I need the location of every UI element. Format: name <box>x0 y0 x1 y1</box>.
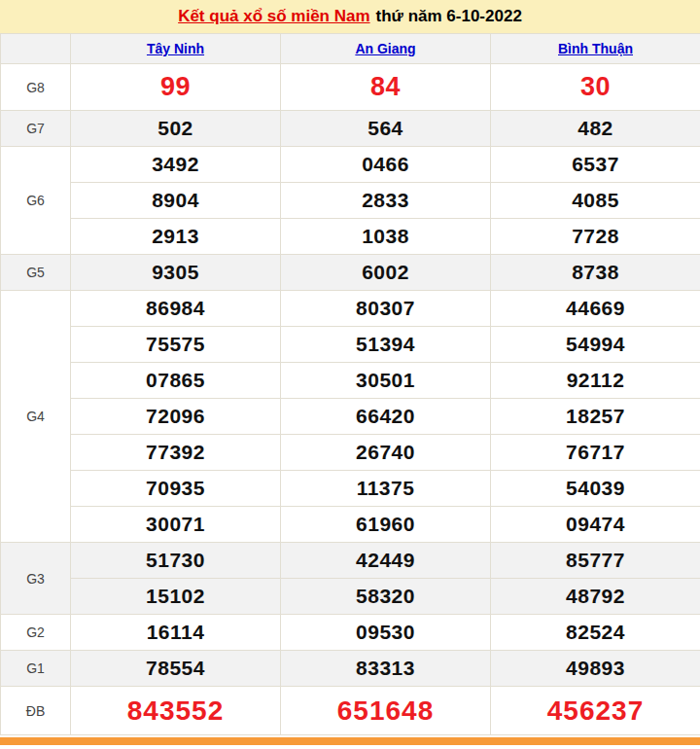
result-number: 86984 <box>71 291 281 327</box>
result-number: 48792 <box>491 579 700 615</box>
result-number: 66420 <box>281 399 491 435</box>
result-number: 8904 <box>71 183 281 219</box>
prize-label: G3 <box>1 543 71 615</box>
result-number: 18257 <box>491 399 700 435</box>
result-number: 482 <box>491 111 700 147</box>
prize-label: G8 <box>1 64 71 111</box>
result-number: 2913 <box>71 219 281 255</box>
prize-row: G2161140953082524 <box>1 615 700 651</box>
prize-row: G8998430 <box>1 64 700 111</box>
prize-row: G6349204666537 <box>1 147 700 183</box>
prize-label: G7 <box>1 111 71 147</box>
prize-row: G3517304244985777 <box>1 543 700 579</box>
result-number: 51394 <box>281 327 491 363</box>
prize-row: G5930560028738 <box>1 255 700 291</box>
province-header-row: Tây NinhAn GiangBình Thuận <box>1 34 700 64</box>
result-number: 564 <box>281 111 491 147</box>
result-number: 42449 <box>281 543 491 579</box>
result-number: 30 <box>491 64 700 111</box>
result-number: 78554 <box>71 651 281 687</box>
result-number: 6002 <box>281 255 491 291</box>
page-title: Kết quả xổ số miền Nam thứ năm 6-10-2022 <box>0 0 700 33</box>
province-link[interactable]: An Giang <box>355 41 415 56</box>
result-number: 16114 <box>71 615 281 651</box>
result-number: 76717 <box>491 435 700 471</box>
result-number: 72096 <box>71 399 281 435</box>
result-number: 1038 <box>281 219 491 255</box>
title-date: thứ năm 6-10-2022 <box>376 7 522 26</box>
result-number: 70935 <box>71 471 281 507</box>
prize-row: 151025832048792 <box>1 579 700 615</box>
prize-label: G2 <box>1 615 71 651</box>
result-number: 456237 <box>491 687 700 735</box>
prize-row: 890428334085 <box>1 183 700 219</box>
prize-row: 291310387728 <box>1 219 700 255</box>
result-number: 99 <box>71 64 281 111</box>
result-number: 11375 <box>281 471 491 507</box>
result-number: 9305 <box>71 255 281 291</box>
result-number: 75575 <box>71 327 281 363</box>
result-number: 0466 <box>281 147 491 183</box>
footer-accent-bar <box>0 737 700 745</box>
result-number: 54994 <box>491 327 700 363</box>
result-number: 2833 <box>281 183 491 219</box>
result-number: 30071 <box>71 507 281 543</box>
title-link[interactable]: Kết quả xổ số miền Nam <box>178 7 369 26</box>
column-header-province: An Giang <box>281 34 491 64</box>
result-number: 09474 <box>491 507 700 543</box>
result-number: 6537 <box>491 147 700 183</box>
column-header-province: Tây Ninh <box>71 34 281 64</box>
result-number: 85777 <box>491 543 700 579</box>
prize-label: ĐB <box>1 687 71 735</box>
result-number: 58320 <box>281 579 491 615</box>
lottery-results-page: Kết quả xổ số miền Nam thứ năm 6-10-2022… <box>0 0 700 745</box>
prize-row: 078653050192112 <box>1 363 700 399</box>
corner-cell <box>1 34 71 64</box>
result-number: 15102 <box>71 579 281 615</box>
result-number: 54039 <box>491 471 700 507</box>
result-number: 30501 <box>281 363 491 399</box>
prize-row: 720966642018257 <box>1 399 700 435</box>
prize-row: 773922674076717 <box>1 435 700 471</box>
result-number: 7728 <box>491 219 700 255</box>
result-number: 84 <box>281 64 491 111</box>
result-number: 77392 <box>71 435 281 471</box>
province-link[interactable]: Tây Ninh <box>147 41 204 56</box>
prize-row: ĐB843552651648456237 <box>1 687 700 735</box>
result-number: 51730 <box>71 543 281 579</box>
result-number: 82524 <box>491 615 700 651</box>
result-number: 09530 <box>281 615 491 651</box>
prize-row: 709351137554039 <box>1 471 700 507</box>
province-link[interactable]: Bình Thuận <box>558 41 633 56</box>
prize-row: G7502564482 <box>1 111 700 147</box>
column-header-province: Bình Thuận <box>491 34 700 64</box>
result-number: 8738 <box>491 255 700 291</box>
prize-row: G4869848030744669 <box>1 291 700 327</box>
result-number: 843552 <box>71 687 281 735</box>
results-table: Tây NinhAn GiangBình Thuận G8998430G7502… <box>0 33 700 735</box>
prize-label: G6 <box>1 147 71 255</box>
result-number: 651648 <box>281 687 491 735</box>
prize-label: G5 <box>1 255 71 291</box>
result-number: 83313 <box>281 651 491 687</box>
result-number: 3492 <box>71 147 281 183</box>
result-number: 49893 <box>491 651 700 687</box>
prize-row: G1785548331349893 <box>1 651 700 687</box>
prize-row: 300716196009474 <box>1 507 700 543</box>
result-number: 92112 <box>491 363 700 399</box>
result-number: 07865 <box>71 363 281 399</box>
prize-label: G1 <box>1 651 71 687</box>
result-number: 4085 <box>491 183 700 219</box>
result-number: 61960 <box>281 507 491 543</box>
prize-row: 755755139454994 <box>1 327 700 363</box>
result-number: 80307 <box>281 291 491 327</box>
result-number: 26740 <box>281 435 491 471</box>
result-number: 44669 <box>491 291 700 327</box>
prize-label: G4 <box>1 291 71 543</box>
result-number: 502 <box>71 111 281 147</box>
